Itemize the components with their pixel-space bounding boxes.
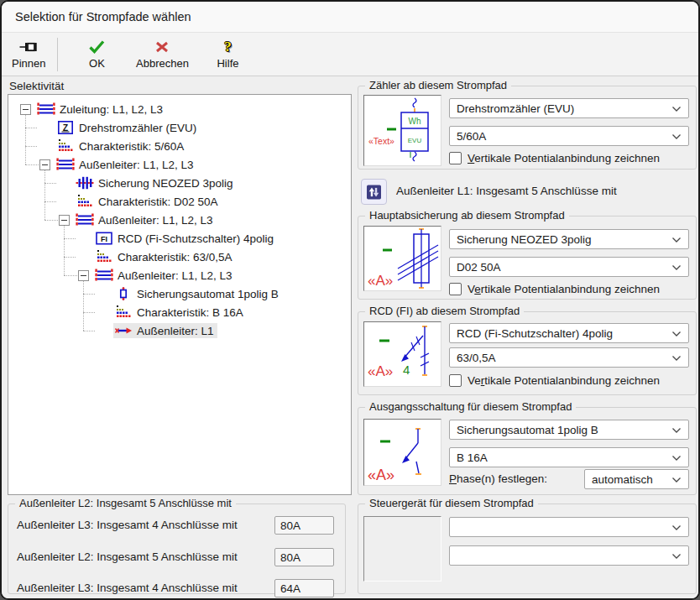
main-fuse-group-title: Hauptabsicherung ab diesem Strompfad xyxy=(365,209,569,222)
svg-text:4: 4 xyxy=(403,363,410,377)
tree-item-label: Charakteristik: B 16A xyxy=(137,306,243,319)
tree-item-aussenleiter[interactable]: Außenleiter: L1, L2, L3 xyxy=(78,266,236,284)
cancel-button[interactable]: Abbrechen xyxy=(130,35,194,74)
tree-item-label: Charakteristik: D02 50A xyxy=(98,196,218,208)
svg-text:«Text»: «Text» xyxy=(368,136,394,146)
swap-phases-button[interactable] xyxy=(361,179,387,205)
checkbox-label: Vertikale Potentialanbindung zeichnen xyxy=(468,283,660,295)
tree-item-label: Charakteristik: 5/60A xyxy=(79,140,184,153)
meter-group-title: Zähler ab diesem Strompfad xyxy=(365,79,511,91)
checkbox-box[interactable] xyxy=(449,374,462,387)
meter-preview: Wh EVU «Text» xyxy=(363,95,441,166)
chevron-down-icon xyxy=(671,524,682,531)
control-type-select[interactable] xyxy=(449,517,689,537)
output-circuit-preview: «A» xyxy=(363,419,441,486)
help-button[interactable]: ? Hilfe xyxy=(206,35,249,74)
cancel-label: Abbrechen xyxy=(136,57,189,70)
collapse-expander[interactable] xyxy=(39,159,50,170)
tree-item-meter[interactable]: Drehstromzähler (EVU) xyxy=(39,118,200,137)
control-device-group: Steuergerät für diesem Strompfad xyxy=(358,503,697,594)
collapse-expander[interactable] xyxy=(78,270,89,281)
summary-row-value: 80A xyxy=(274,548,334,566)
help-label: Hilfe xyxy=(217,57,238,70)
output-type-select[interactable]: Sicherungsautomat 1polig B xyxy=(449,420,689,440)
tree-item-rcd[interactable]: RCD (Fi-Schutzschalter) 4polig xyxy=(78,229,277,248)
main-fuse-type-select[interactable]: Sicherung NEOZED 3polig xyxy=(449,229,689,249)
main-fuse-group: Hauptabsicherung ab diesem Strompfad «A»… xyxy=(358,216,697,300)
tree-item-aussenleiter-l1-selected[interactable]: Außenleiter: L1 xyxy=(97,321,217,340)
control-rating-select[interactable] xyxy=(449,545,689,566)
output-rating-value: B 16A xyxy=(457,451,488,464)
chevron-down-icon xyxy=(671,355,682,362)
meter-type-select[interactable]: Drehstromzähler (EVU) xyxy=(449,98,689,118)
tree-item-label: Außenleiter: L1, L2, L3 xyxy=(79,159,194,171)
phase-assign-value: automatisch xyxy=(592,473,653,486)
characteristic-icon xyxy=(56,139,75,153)
chevron-down-icon xyxy=(671,427,682,434)
ok-label: OK xyxy=(89,57,105,70)
meter-group: Zähler ab diesem Strompfad Wh EVU «Text»… xyxy=(358,86,697,170)
chevron-down-icon xyxy=(671,237,682,243)
main-fuse-rating-select[interactable]: D02 50A xyxy=(449,257,689,277)
summary-group: Außenleiter L2: Insgesamt 5 Anschlüsse m… xyxy=(8,503,346,594)
main-fuse-vertical-potential-checkbox[interactable]: Vertikale Potentialanbindung zeichnen xyxy=(449,283,660,295)
rcd-rating-select[interactable]: 63/0,5A xyxy=(449,347,689,368)
checkbox-label: Vertikale Potentialanbindung zeichnen xyxy=(468,152,660,164)
toolbar: Pinnen OK Abbrechen ? Hilfe xyxy=(2,32,698,76)
summary-row-value: 64A xyxy=(274,579,334,597)
busbar-icon xyxy=(56,158,75,171)
tree-item-label: Drehstromzähler (EVU) xyxy=(79,122,196,134)
rcd-type-select[interactable]: RCD (Fi-Schutzschalter) 4polig xyxy=(449,323,689,343)
cancel-x-icon xyxy=(154,39,170,55)
control-device-preview xyxy=(363,516,441,582)
rcd-group-title: RCD (FI) ab diesem Strompfad xyxy=(365,305,524,317)
rcd-type-value: RCD (Fi-Schutzschalter) 4polig xyxy=(457,327,613,340)
title-bar[interactable]: Selektion für Strompfade wählen xyxy=(2,2,698,32)
collapse-expander[interactable] xyxy=(59,215,70,226)
meter-rating-value: 5/60A xyxy=(457,130,486,143)
summary-row-label: Außenleiter L3: Insgesamt 4 Anschlüsse m… xyxy=(17,582,238,594)
pin-button[interactable]: Pinnen xyxy=(7,35,50,74)
busbar-icon xyxy=(37,102,55,116)
tree-item-characteristic[interactable]: Charakteristik: 5/60A xyxy=(39,137,187,155)
checkbox-box[interactable] xyxy=(449,283,462,295)
output-rating-select[interactable]: B 16A xyxy=(449,447,689,467)
ok-button[interactable]: OK xyxy=(75,35,118,74)
toolbar-separator xyxy=(57,38,58,71)
tree-item-label: Zuleitung: L1, L2, L3 xyxy=(60,103,163,116)
rcd-vertical-potential-checkbox[interactable]: Vertikale Potentialanbindung zeichnen xyxy=(449,374,660,387)
tree-item-characteristic[interactable]: Charakteristik: D02 50A xyxy=(59,192,222,211)
tree-item-fuse[interactable]: Sicherung NEOZED 3polig xyxy=(59,174,237,192)
main-fuse-rating-value: D02 50A xyxy=(457,261,501,274)
output-type-value: Sicherungsautomat 1polig B xyxy=(457,424,598,436)
checkbox-box[interactable] xyxy=(449,152,462,164)
phase-assign-select[interactable]: automatisch xyxy=(584,469,689,489)
rcd-group: RCD (FI) ab diesem Strompfad «A» 4 xyxy=(358,311,697,395)
tree-item-zuleitung[interactable]: Zuleitung: L1, L2, L3 xyxy=(20,100,166,118)
chevron-down-icon xyxy=(671,264,682,271)
svg-text:EVU: EVU xyxy=(408,137,422,144)
tree-item-breaker[interactable]: Sicherungsautomat 1polig B xyxy=(97,284,282,303)
rcd-preview: «A» 4 xyxy=(363,321,441,387)
dialog-window: Selektion für Strompfade wählen Pinnen xyxy=(0,0,700,600)
swap-arrows-icon xyxy=(367,184,381,201)
svg-text:«A»: «A» xyxy=(368,273,393,289)
meter-icon xyxy=(56,121,75,134)
main-fuse-type-value: Sicherung NEOZED 3polig xyxy=(457,233,592,246)
summary-group-title: Außenleiter L2: Insgesamt 5 Anschlüsse m… xyxy=(15,497,236,509)
tree-item-aussenleiter[interactable]: Außenleiter: L1, L2, L3 xyxy=(39,155,197,174)
meter-rating-select[interactable]: 5/60A xyxy=(449,126,689,146)
chevron-down-icon xyxy=(671,455,682,462)
tree-item-characteristic[interactable]: Charakteristik: 63/0,5A xyxy=(78,248,236,266)
busbar-icon xyxy=(95,269,113,282)
tree-item-aussenleiter[interactable]: Außenleiter: L1, L2, L3 xyxy=(59,211,217,229)
selectivity-label: Selektivität xyxy=(9,80,64,92)
tree-item-label: Außenleiter: L1 xyxy=(137,325,214,337)
svg-text:Wh: Wh xyxy=(409,117,421,126)
tree-item-label: Außenleiter: L1, L2, L3 xyxy=(98,214,213,227)
tree-item-characteristic[interactable]: Charakteristik: B 16A xyxy=(97,303,247,321)
meter-vertical-potential-checkbox[interactable]: Vertikale Potentialanbindung zeichnen xyxy=(449,152,660,164)
collapse-expander[interactable] xyxy=(20,104,31,115)
svg-text:«A»: «A» xyxy=(368,467,394,483)
meter-type-value: Drehstromzähler (EVU) xyxy=(457,102,574,115)
